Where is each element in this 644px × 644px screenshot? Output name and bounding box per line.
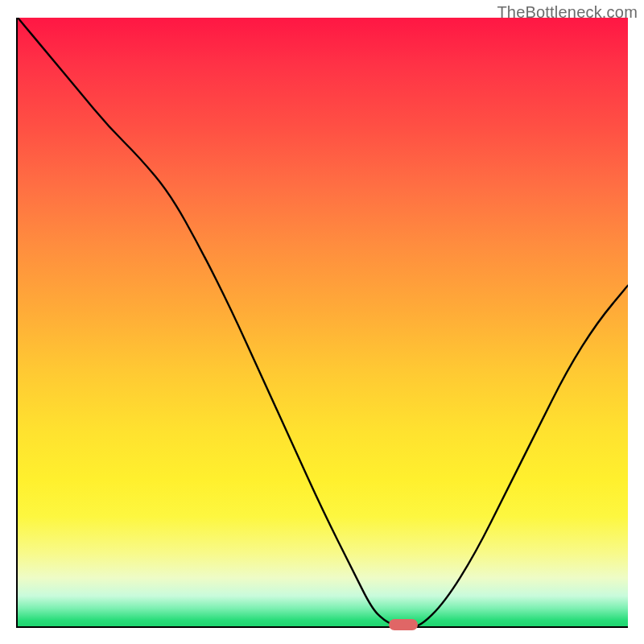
bottleneck-chart: TheBottleneck.com [0, 0, 644, 644]
bottleneck-marker [389, 619, 418, 630]
plot-area [16, 18, 628, 628]
bottleneck-curve [18, 18, 628, 626]
